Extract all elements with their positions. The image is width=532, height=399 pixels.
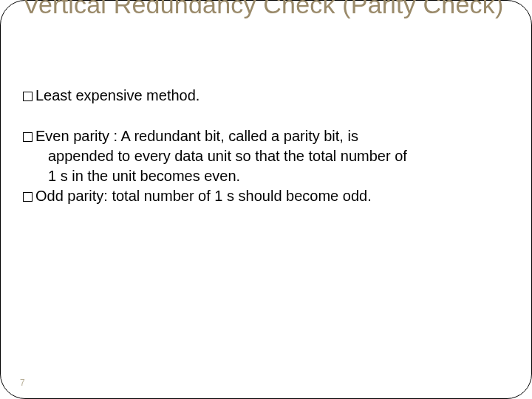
- bullet-rest: expensive method.: [72, 87, 200, 103]
- bullet-lead: Odd: [35, 188, 64, 204]
- slide-frame: Vertical Redundancy Check (Parity Check)…: [0, 0, 532, 399]
- bullet-line: Odd parity: total number of 1 s should b…: [23, 186, 509, 206]
- bullet-rest: parity: total number of 1 s should becom…: [64, 188, 372, 204]
- bullet-lead: Least: [35, 87, 72, 103]
- slide-body: Least expensive method. Even parity : A …: [23, 86, 509, 206]
- bullet-cont: 1 s in the unit becomes even.: [23, 166, 509, 186]
- bullet-cont: appended to every data unit so that the …: [23, 146, 509, 166]
- bullet-line: Least expensive method.: [23, 86, 509, 106]
- bullet-line: Even parity : A redundant bit, called a …: [23, 126, 509, 146]
- square-bullet-icon: [23, 132, 33, 142]
- square-bullet-icon: [23, 192, 33, 202]
- bullet-item: Even parity : A redundant bit, called a …: [23, 126, 509, 206]
- bullet-item: Least expensive method.: [23, 86, 509, 106]
- slide-number: 7: [20, 378, 25, 388]
- square-bullet-icon: [23, 92, 33, 101]
- slide-title: Vertical Redundancy Check (Parity Check): [23, 0, 509, 19]
- bullet-rest: parity : A redundant bit, called a parit…: [69, 128, 358, 144]
- bullet-lead: Even: [35, 128, 69, 144]
